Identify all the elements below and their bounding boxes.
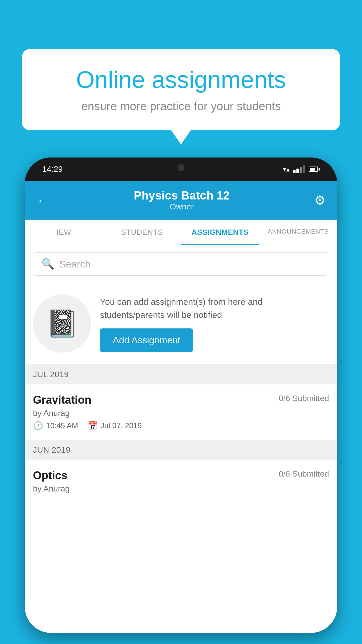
wifi-icon: ▾▴: [283, 165, 290, 173]
battery-icon: [309, 167, 320, 172]
search-bar[interactable]: 🔍 Search: [33, 252, 329, 276]
bubble-subtitle: ensure more practice for your students: [42, 100, 320, 113]
assignment-author-optics: by Anurag: [33, 484, 329, 494]
promo-description: You can add assignment(s) from here and …: [100, 295, 329, 321]
tab-announcements[interactable]: ANNOUNCEMENTS: [259, 220, 337, 245]
phone-screen: ← Physics Batch 12 Owner ⚙ IEW STUDENTS …: [25, 181, 337, 633]
meta-time: 🕐 10:45 AM: [33, 421, 78, 430]
assignment-icon-circle: 📓: [33, 294, 91, 353]
clock-icon: 🕐: [33, 421, 43, 430]
phone-camera: [178, 164, 184, 171]
assignment-name: Gravitation: [33, 394, 92, 406]
signal-icon: [293, 165, 305, 173]
speech-bubble: Online assignments ensure more practice …: [22, 49, 340, 130]
search-input-placeholder[interactable]: Search: [59, 258, 91, 270]
assignment-item-gravitation[interactable]: Gravitation 0/6 Submitted by Anurag 🕐 10…: [25, 384, 337, 440]
section-header-jun: JUN 2019: [25, 440, 337, 460]
assignment-date: Jul 07, 2019: [101, 421, 142, 430]
tab-students[interactable]: STUDENTS: [103, 220, 181, 245]
tab-assignments[interactable]: ASSIGNMENTS: [181, 220, 259, 245]
tab-iew[interactable]: IEW: [25, 220, 103, 245]
status-icons: ▾▴: [283, 165, 320, 173]
app-header: ← Physics Batch 12 Owner ⚙: [25, 181, 337, 220]
notebook-icon: 📓: [46, 308, 78, 339]
promo-section: 📓 You can add assignment(s) from here an…: [25, 283, 337, 365]
header-subtitle: Owner: [134, 202, 230, 211]
tabs-container: IEW STUDENTS ASSIGNMENTS ANNOUNCEMENTS: [25, 220, 337, 245]
settings-button[interactable]: ⚙: [314, 193, 326, 208]
meta-date: 📅 Jul 07, 2019: [87, 421, 142, 430]
status-bar: 14:29 ▾▴: [25, 158, 337, 181]
calendar-icon: 📅: [87, 421, 98, 430]
add-assignment-button[interactable]: Add Assignment: [100, 328, 193, 352]
section-header-jul: JUL 2019: [25, 365, 337, 384]
assignment-item-optics[interactable]: Optics 0/6 Submitted by Anurag: [25, 460, 337, 506]
bubble-title: Online assignments: [42, 66, 320, 93]
assignment-submitted-optics: 0/6 Submitted: [279, 469, 329, 479]
search-container: 🔍 Search: [25, 245, 337, 283]
promo-content: You can add assignment(s) from here and …: [100, 295, 329, 352]
status-time: 14:29: [42, 164, 63, 174]
assignment-meta: 🕐 10:45 AM 📅 Jul 07, 2019: [33, 421, 329, 430]
header-title: Physics Batch 12: [134, 189, 230, 202]
assignment-author: by Anurag: [33, 409, 329, 418]
header-center: Physics Batch 12 Owner: [134, 189, 230, 211]
back-button[interactable]: ←: [36, 193, 49, 208]
phone-notch: [158, 158, 204, 173]
search-icon: 🔍: [41, 258, 55, 270]
assignment-time: 10:45 AM: [46, 421, 78, 430]
phone-frame: 14:29 ▾▴: [25, 158, 337, 633]
assignment-name-optics: Optics: [33, 469, 67, 482]
speech-bubble-container: Online assignments ensure more practice …: [22, 49, 340, 130]
assignment-submitted: 0/6 Submitted: [279, 394, 329, 403]
